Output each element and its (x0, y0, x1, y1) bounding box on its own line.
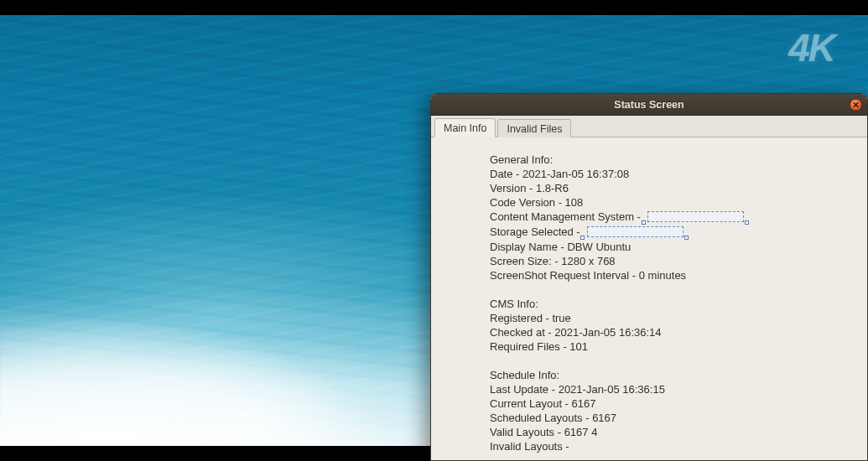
schedule-last-update: Last Update - 2021-Jan-05 16:36:15 (490, 382, 859, 396)
cms-checked-at: Checked at - 2021-Jan-05 16:36:14 (490, 325, 859, 339)
general-cms: Content Management System - (490, 210, 859, 225)
redacted-cms-value (647, 211, 744, 222)
letterbox-top (0, 0, 868, 15)
redaction-handle-icon (684, 236, 689, 240)
general-screenshot-interval: ScreenShot Request Interval - 0 minutes (490, 268, 859, 282)
cms-heading: CMS Info: (490, 297, 859, 311)
schedule-invalid-layouts: Invalid Layouts - (490, 439, 859, 453)
tab-invalid-files[interactable]: Invalid Files (497, 119, 571, 137)
general-cms-label: Content Management System - (490, 210, 641, 223)
schedule-current-layout: Current Layout - 6167 (490, 396, 859, 411)
tab-main-info[interactable]: Main Info (434, 118, 496, 137)
dialog-title: Status Screen (614, 99, 683, 111)
cms-required-files: Required Files - 101 (490, 339, 859, 354)
dialog-titlebar[interactable]: Status Screen (431, 94, 867, 116)
close-icon (853, 101, 859, 107)
general-code-version: Code Version - 108 (490, 195, 859, 210)
schedule-heading: Schedule Info: (490, 368, 859, 382)
general-date: Date - 2021-Jan-05 16:37:08 (490, 167, 859, 181)
cms-registered: Registered - true (490, 311, 859, 325)
schedule-scheduled-layouts: Scheduled Layouts - 6167 (490, 411, 859, 425)
close-button[interactable] (850, 98, 862, 111)
general-storage-label: Storage Selected - (490, 225, 580, 238)
redaction-handle-icon (745, 220, 749, 225)
general-screen-size: Screen Size: - 1280 x 768 (490, 254, 859, 268)
redacted-storage-value (587, 226, 683, 237)
tabstrip: Main Info Invalid Files (431, 116, 867, 137)
status-screen-dialog: Status Screen Main Info Invalid Files Ge… (430, 93, 868, 461)
general-version: Version - 1.8-R6 (490, 181, 859, 195)
general-display-name: Display Name - DBW Ubuntu (490, 240, 859, 254)
general-heading: General Info: (490, 153, 859, 167)
tab-panel-main-info: General Info: Date - 2021-Jan-05 16:37:0… (431, 137, 867, 460)
general-storage: Storage Selected - (490, 225, 859, 240)
schedule-valid-layouts: Valid Layouts - 6167 4 (490, 425, 859, 439)
